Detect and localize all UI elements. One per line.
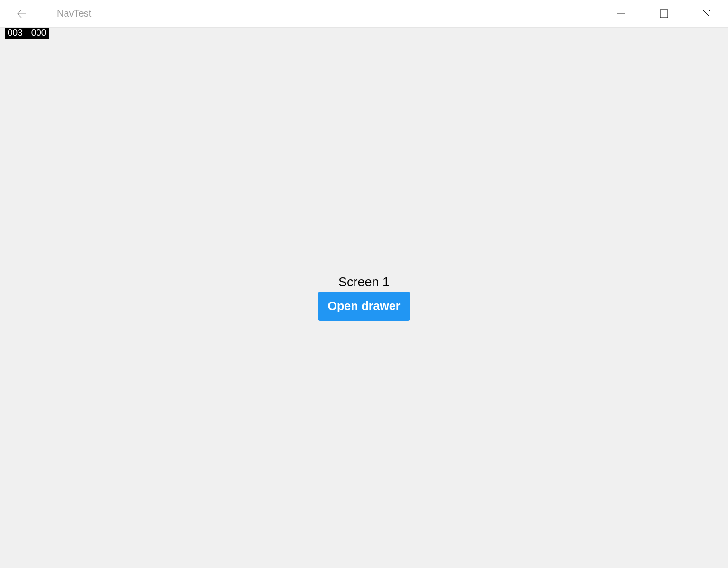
window-controls <box>600 0 728 27</box>
frame-counter-1: 003 <box>8 28 23 38</box>
content-area: 003 000 Screen 1 Open drawer <box>0 28 728 568</box>
frame-counter-2: 000 <box>31 28 47 38</box>
maximize-icon <box>660 9 668 18</box>
back-button[interactable] <box>0 0 43 27</box>
svg-rect-1 <box>660 10 668 18</box>
main-center: Screen 1 Open drawer <box>318 275 410 321</box>
close-icon <box>702 9 711 19</box>
screen-title: Screen 1 <box>338 275 390 290</box>
titlebar: NavTest <box>0 0 728 28</box>
minimize-button[interactable] <box>600 0 643 27</box>
open-drawer-button[interactable]: Open drawer <box>318 292 410 321</box>
frame-counter: 003 000 <box>5 28 49 39</box>
back-arrow-icon <box>16 8 27 19</box>
app-title: NavTest <box>57 8 91 19</box>
titlebar-left: NavTest <box>0 0 91 27</box>
maximize-button[interactable] <box>643 0 685 27</box>
minimize-icon <box>617 9 625 18</box>
close-button[interactable] <box>685 0 728 27</box>
